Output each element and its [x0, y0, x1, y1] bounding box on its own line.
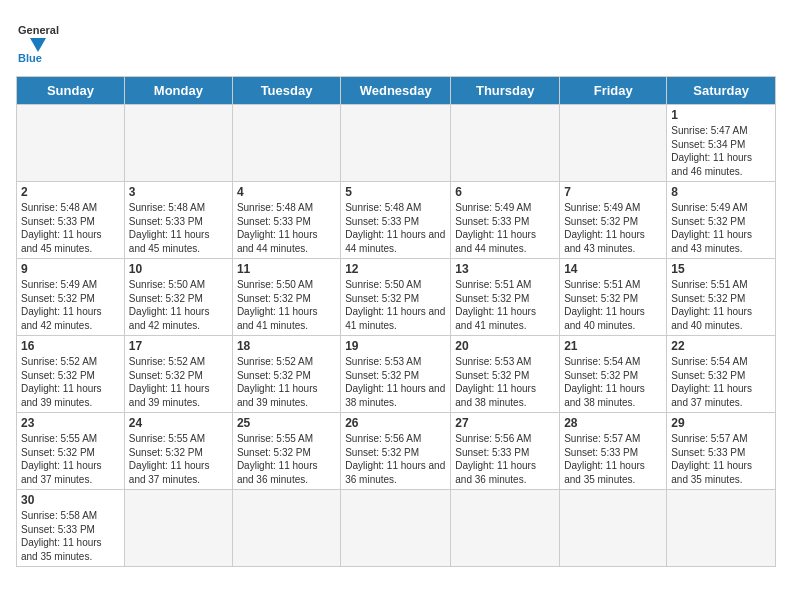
calendar-cell: 29Sunrise: 5:57 AM Sunset: 5:33 PM Dayli…: [667, 413, 776, 490]
day-number: 12: [345, 262, 446, 276]
cell-info: Sunrise: 5:48 AM Sunset: 5:33 PM Dayligh…: [237, 201, 336, 255]
calendar-cell: 19Sunrise: 5:53 AM Sunset: 5:32 PM Dayli…: [341, 336, 451, 413]
cell-info: Sunrise: 5:47 AM Sunset: 5:34 PM Dayligh…: [671, 124, 771, 178]
calendar-cell: 8Sunrise: 5:49 AM Sunset: 5:32 PM Daylig…: [667, 182, 776, 259]
calendar-cell: 14Sunrise: 5:51 AM Sunset: 5:32 PM Dayli…: [560, 259, 667, 336]
calendar-cell: [17, 105, 125, 182]
cell-info: Sunrise: 5:57 AM Sunset: 5:33 PM Dayligh…: [671, 432, 771, 486]
day-number: 14: [564, 262, 662, 276]
day-number: 15: [671, 262, 771, 276]
day-number: 19: [345, 339, 446, 353]
calendar-week-row: 1Sunrise: 5:47 AM Sunset: 5:34 PM Daylig…: [17, 105, 776, 182]
calendar-week-row: 30Sunrise: 5:58 AM Sunset: 5:33 PM Dayli…: [17, 490, 776, 567]
calendar-cell: 24Sunrise: 5:55 AM Sunset: 5:32 PM Dayli…: [124, 413, 232, 490]
calendar-cell: [341, 105, 451, 182]
calendar-week-row: 16Sunrise: 5:52 AM Sunset: 5:32 PM Dayli…: [17, 336, 776, 413]
cell-info: Sunrise: 5:50 AM Sunset: 5:32 PM Dayligh…: [345, 278, 446, 332]
calendar-day-header: Saturday: [667, 77, 776, 105]
calendar-cell: [124, 490, 232, 567]
cell-info: Sunrise: 5:56 AM Sunset: 5:33 PM Dayligh…: [455, 432, 555, 486]
calendar-cell: 26Sunrise: 5:56 AM Sunset: 5:32 PM Dayli…: [341, 413, 451, 490]
day-number: 30: [21, 493, 120, 507]
cell-info: Sunrise: 5:48 AM Sunset: 5:33 PM Dayligh…: [345, 201, 446, 255]
cell-info: Sunrise: 5:55 AM Sunset: 5:32 PM Dayligh…: [237, 432, 336, 486]
day-number: 16: [21, 339, 120, 353]
calendar-cell: 18Sunrise: 5:52 AM Sunset: 5:32 PM Dayli…: [232, 336, 340, 413]
calendar-table: SundayMondayTuesdayWednesdayThursdayFrid…: [16, 76, 776, 567]
day-number: 10: [129, 262, 228, 276]
page-header: General Blue: [16, 16, 776, 64]
day-number: 1: [671, 108, 771, 122]
cell-info: Sunrise: 5:49 AM Sunset: 5:32 PM Dayligh…: [564, 201, 662, 255]
calendar-cell: [451, 105, 560, 182]
cell-info: Sunrise: 5:49 AM Sunset: 5:32 PM Dayligh…: [671, 201, 771, 255]
cell-info: Sunrise: 5:53 AM Sunset: 5:32 PM Dayligh…: [455, 355, 555, 409]
calendar-header-row: SundayMondayTuesdayWednesdayThursdayFrid…: [17, 77, 776, 105]
calendar-week-row: 9Sunrise: 5:49 AM Sunset: 5:32 PM Daylig…: [17, 259, 776, 336]
calendar-body: 1Sunrise: 5:47 AM Sunset: 5:34 PM Daylig…: [17, 105, 776, 567]
day-number: 13: [455, 262, 555, 276]
svg-text:Blue: Blue: [18, 52, 42, 64]
calendar-cell: 10Sunrise: 5:50 AM Sunset: 5:32 PM Dayli…: [124, 259, 232, 336]
calendar-cell: 13Sunrise: 5:51 AM Sunset: 5:32 PM Dayli…: [451, 259, 560, 336]
day-number: 3: [129, 185, 228, 199]
cell-info: Sunrise: 5:51 AM Sunset: 5:32 PM Dayligh…: [455, 278, 555, 332]
calendar-cell: [341, 490, 451, 567]
calendar-cell: [560, 105, 667, 182]
logo-svg: General Blue: [16, 16, 64, 64]
cell-info: Sunrise: 5:50 AM Sunset: 5:32 PM Dayligh…: [237, 278, 336, 332]
calendar-cell: 27Sunrise: 5:56 AM Sunset: 5:33 PM Dayli…: [451, 413, 560, 490]
calendar-cell: 12Sunrise: 5:50 AM Sunset: 5:32 PM Dayli…: [341, 259, 451, 336]
day-number: 8: [671, 185, 771, 199]
calendar-cell: 11Sunrise: 5:50 AM Sunset: 5:32 PM Dayli…: [232, 259, 340, 336]
cell-info: Sunrise: 5:58 AM Sunset: 5:33 PM Dayligh…: [21, 509, 120, 563]
calendar-cell: 20Sunrise: 5:53 AM Sunset: 5:32 PM Dayli…: [451, 336, 560, 413]
calendar-cell: 17Sunrise: 5:52 AM Sunset: 5:32 PM Dayli…: [124, 336, 232, 413]
calendar-day-header: Thursday: [451, 77, 560, 105]
calendar-day-header: Wednesday: [341, 77, 451, 105]
day-number: 23: [21, 416, 120, 430]
cell-info: Sunrise: 5:52 AM Sunset: 5:32 PM Dayligh…: [21, 355, 120, 409]
cell-info: Sunrise: 5:50 AM Sunset: 5:32 PM Dayligh…: [129, 278, 228, 332]
calendar-cell: 7Sunrise: 5:49 AM Sunset: 5:32 PM Daylig…: [560, 182, 667, 259]
day-number: 20: [455, 339, 555, 353]
cell-info: Sunrise: 5:48 AM Sunset: 5:33 PM Dayligh…: [21, 201, 120, 255]
svg-text:General: General: [18, 24, 59, 36]
calendar-cell: [232, 105, 340, 182]
calendar-cell: 4Sunrise: 5:48 AM Sunset: 5:33 PM Daylig…: [232, 182, 340, 259]
calendar-week-row: 23Sunrise: 5:55 AM Sunset: 5:32 PM Dayli…: [17, 413, 776, 490]
calendar-cell: 21Sunrise: 5:54 AM Sunset: 5:32 PM Dayli…: [560, 336, 667, 413]
calendar-cell: 30Sunrise: 5:58 AM Sunset: 5:33 PM Dayli…: [17, 490, 125, 567]
cell-info: Sunrise: 5:54 AM Sunset: 5:32 PM Dayligh…: [671, 355, 771, 409]
cell-info: Sunrise: 5:55 AM Sunset: 5:32 PM Dayligh…: [21, 432, 120, 486]
calendar-day-header: Monday: [124, 77, 232, 105]
calendar-day-header: Friday: [560, 77, 667, 105]
calendar-week-row: 2Sunrise: 5:48 AM Sunset: 5:33 PM Daylig…: [17, 182, 776, 259]
day-number: 25: [237, 416, 336, 430]
calendar-day-header: Tuesday: [232, 77, 340, 105]
calendar-cell: [232, 490, 340, 567]
cell-info: Sunrise: 5:48 AM Sunset: 5:33 PM Dayligh…: [129, 201, 228, 255]
cell-info: Sunrise: 5:55 AM Sunset: 5:32 PM Dayligh…: [129, 432, 228, 486]
day-number: 21: [564, 339, 662, 353]
calendar-cell: 22Sunrise: 5:54 AM Sunset: 5:32 PM Dayli…: [667, 336, 776, 413]
calendar-cell: 2Sunrise: 5:48 AM Sunset: 5:33 PM Daylig…: [17, 182, 125, 259]
calendar-cell: 9Sunrise: 5:49 AM Sunset: 5:32 PM Daylig…: [17, 259, 125, 336]
calendar-cell: 15Sunrise: 5:51 AM Sunset: 5:32 PM Dayli…: [667, 259, 776, 336]
calendar-cell: 6Sunrise: 5:49 AM Sunset: 5:33 PM Daylig…: [451, 182, 560, 259]
calendar-cell: 25Sunrise: 5:55 AM Sunset: 5:32 PM Dayli…: [232, 413, 340, 490]
calendar-cell: 5Sunrise: 5:48 AM Sunset: 5:33 PM Daylig…: [341, 182, 451, 259]
day-number: 18: [237, 339, 336, 353]
calendar-cell: 16Sunrise: 5:52 AM Sunset: 5:32 PM Dayli…: [17, 336, 125, 413]
cell-info: Sunrise: 5:54 AM Sunset: 5:32 PM Dayligh…: [564, 355, 662, 409]
day-number: 24: [129, 416, 228, 430]
day-number: 29: [671, 416, 771, 430]
cell-info: Sunrise: 5:49 AM Sunset: 5:32 PM Dayligh…: [21, 278, 120, 332]
cell-info: Sunrise: 5:52 AM Sunset: 5:32 PM Dayligh…: [237, 355, 336, 409]
day-number: 28: [564, 416, 662, 430]
calendar-cell: 3Sunrise: 5:48 AM Sunset: 5:33 PM Daylig…: [124, 182, 232, 259]
day-number: 6: [455, 185, 555, 199]
day-number: 9: [21, 262, 120, 276]
day-number: 7: [564, 185, 662, 199]
calendar-cell: 28Sunrise: 5:57 AM Sunset: 5:33 PM Dayli…: [560, 413, 667, 490]
